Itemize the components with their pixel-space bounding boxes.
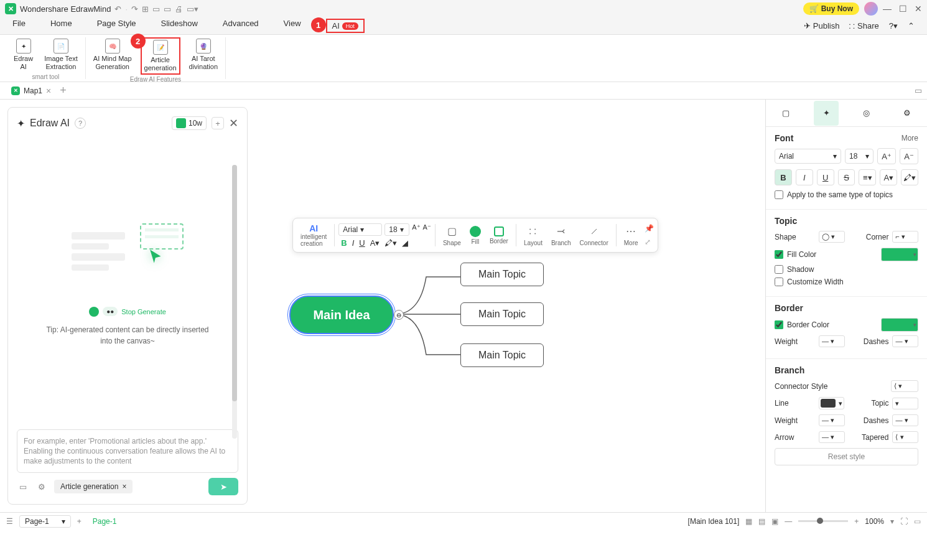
ft-underline[interactable]: U [359,238,365,248]
ft-fill[interactable]: Fill [466,225,485,246]
send-button[interactable]: ➤ [208,478,238,495]
zoom-out[interactable]: — [785,517,792,526]
menu-advanced[interactable]: Advanced [223,19,259,33]
ft-italic[interactable]: I [352,238,355,248]
menu-home[interactable]: Home [50,19,72,33]
insert-icon[interactable]: ▭ [17,480,29,493]
ai-input[interactable]: For example, enter 'Promotional articles… [17,429,238,473]
qi2-icon[interactable]: ▭ [152,4,160,14]
ft-branch[interactable]: ⤙Branch [547,223,575,248]
collapse-icon[interactable]: ⌃ [908,21,915,30]
reset-style-button[interactable]: Reset style [775,448,918,465]
rp-corner-select[interactable]: ⌐ ▾ [892,231,918,243]
close-icon[interactable]: ✕ [915,4,922,14]
ft-shape[interactable]: ▢Shape [439,223,465,248]
ft-intelligent[interactable]: AIintelligent creation [297,222,330,248]
rp-highlight[interactable]: 🖍▾ [901,169,918,185]
sb-page-tab[interactable]: Page-1 [88,516,122,527]
rp-border-color[interactable]: Border Color [775,318,918,332]
ft-pin-icon[interactable]: 📌 [645,224,654,233]
ft-font-shrink[interactable]: A⁻ [423,223,431,236]
ft-border[interactable]: Border [486,225,512,246]
tab-add-icon[interactable]: + [60,84,67,97]
scrollbar[interactable] [232,165,237,439]
menu-page-style[interactable]: Page Style [97,19,136,33]
token-badge[interactable]: 10w [172,116,207,130]
menu-file[interactable]: File [12,19,26,33]
redo-icon[interactable]: ↷ [131,4,138,14]
rp-border-dashes[interactable]: — ▾ [892,335,918,347]
ft-bold[interactable]: B [341,238,347,248]
fullscreen-icon[interactable]: ⛶ [900,517,908,526]
ribbon-ai-mindmap[interactable]: 🧠AI Mind Map Generation [91,37,134,75]
avatar[interactable] [864,2,878,16]
undo-icon[interactable]: ↶ [114,4,121,14]
node-main-idea[interactable]: Main Idea [289,296,394,334]
buy-button[interactable]: 🛒 Buy Now [803,2,859,15]
ft-font-grow[interactable]: A⁺ [412,223,420,236]
rp-line-color[interactable]: ▾ [819,397,844,409]
help-icon[interactable]: ? [75,118,86,129]
rp-tab-style[interactable]: ✦ [814,101,839,126]
sidebar-toggle-icon[interactable]: ▭ [915,86,922,95]
rp-tab-outline[interactable]: ▢ [773,101,798,126]
share-button[interactable]: ⸬ Share [849,21,878,31]
rp-tapered[interactable]: ⟨ ▾ [892,431,918,443]
close-panel-icon[interactable]: ✕ [229,116,238,130]
rp-font-shrink[interactable]: A⁻ [900,148,918,164]
ribbon-image-text[interactable]: 📄Image Text Extraction [42,37,80,72]
ft-highlight[interactable]: 🖍▾ [384,238,397,248]
settings-icon[interactable]: ⚙ [35,480,48,493]
maximize-icon[interactable]: ☐ [899,4,907,14]
rp-tab-tag[interactable]: ◎ [854,101,879,126]
rp-italic[interactable]: I [796,169,813,185]
rp-font-color[interactable]: A▾ [880,169,897,185]
help-icon[interactable]: ?▾ [889,21,898,30]
ribbon-article-gen[interactable]: 2 📝Article generation [141,37,180,75]
qi4-icon[interactable]: 🖨 [175,4,183,14]
node-topic-3[interactable]: Main Topic [460,343,544,367]
rp-font-family[interactable]: Arial▾ [775,149,841,164]
sb-outline-icon[interactable]: ☰ [6,517,13,526]
zoom-slider[interactable] [798,520,848,522]
ribbon-tarot[interactable]: 🔮AI Tarot divination [187,37,220,75]
rp-align[interactable]: ≡▾ [859,169,876,185]
ft-font-select[interactable]: Arial▾ [338,223,382,236]
rp-shadow[interactable]: Shadow [775,265,918,274]
sb-view1-icon[interactable]: ▦ [745,517,752,526]
rp-branch-weight[interactable]: — ▾ [819,414,845,426]
canvas[interactable]: AIintelligent creation Arial▾ 18▾ A⁺ A⁻ … [255,100,765,512]
menu-ai[interactable]: 1 AIHot [326,19,365,33]
rp-font-size[interactable]: 18▾ [845,149,873,164]
node-topic-2[interactable]: Main Topic [460,302,544,326]
rp-border-weight[interactable]: — ▾ [819,335,845,347]
rp-font-grow[interactable]: A⁺ [877,148,896,164]
add-tokens-button[interactable]: + [212,117,224,129]
rp-underline[interactable]: U [817,169,834,185]
qi1-icon[interactable]: ⊞ [142,4,149,14]
ft-expand-icon[interactable]: ⤢ [645,238,654,246]
ft-connector[interactable]: ⟋Connector [576,223,612,248]
ft-layout[interactable]: ⸬Layout [520,223,546,248]
rp-strike[interactable]: S [838,169,855,185]
ft-clear[interactable]: ◢ [402,238,408,248]
sb-view3-icon[interactable]: ▣ [771,517,778,526]
rp-shape-select[interactable]: ◯ ▾ [819,231,845,243]
fit-icon[interactable]: ▭ [914,517,921,526]
qi3-icon[interactable]: ▭ [164,4,171,14]
rp-arrow[interactable]: — ▾ [819,431,845,443]
ft-more[interactable]: ⋯More [620,223,642,248]
sb-view2-icon[interactable]: ▤ [758,517,765,526]
rp-font-more[interactable]: More [901,134,918,142]
rp-topic-select[interactable]: ▾ [892,398,918,409]
rp-conn-style[interactable]: ⟨ ▾ [891,380,918,392]
tab-map1[interactable]: ✕ Map1 × [5,83,57,98]
rp-tab-settings[interactable]: ⚙ [895,101,920,126]
zoom-in[interactable]: + [854,517,859,526]
rp-bold[interactable]: B [775,169,792,185]
rp-apply-same[interactable]: Apply to the same type of topics [775,190,918,199]
qi5-icon[interactable]: ▭▾ [187,4,198,14]
ai-mode-tag[interactable]: Article generation× [54,480,133,493]
minimize-icon[interactable]: — [883,4,892,14]
node-topic-1[interactable]: Main Topic [460,263,544,286]
